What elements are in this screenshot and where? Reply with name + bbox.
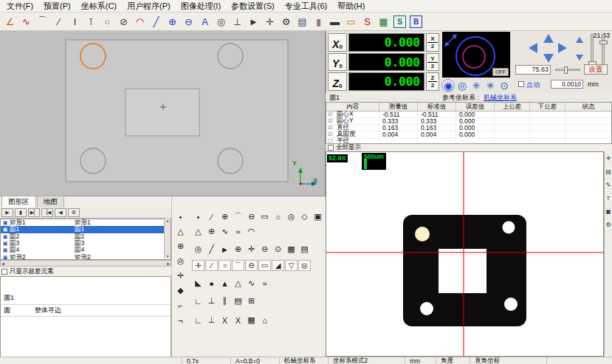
table-row[interactable]: ☐ 半径 <box>326 138 611 144</box>
tool-icon[interactable]: ⊞ <box>245 295 258 306</box>
measurement-view[interactable]: 52.9X 500um <box>326 151 604 357</box>
tool-icon[interactable]: ✛ <box>192 260 204 271</box>
tab[interactable]: 图形区 <box>1 196 36 207</box>
settings-button[interactable]: 设置 <box>584 64 608 75</box>
jog-down-button[interactable] <box>543 54 554 63</box>
tool-icon[interactable]: ¬ <box>174 315 187 326</box>
list-horizontal-scrollbar[interactable]: ◀▶ <box>0 260 171 267</box>
gear-icon[interactable]: ⚙ <box>278 14 294 30</box>
tool-icon[interactable]: ≈ <box>232 226 244 237</box>
show-all-row[interactable]: 全部显示 <box>326 144 612 151</box>
height-tool-icon[interactable]: ⊺ <box>83 14 99 30</box>
axis-zero-button[interactable]: Z0 <box>328 72 347 91</box>
row-checkbox[interactable]: ☑ <box>326 111 334 117</box>
label-a-icon[interactable]: A <box>197 14 213 30</box>
tool-icon[interactable]: ⊕ <box>174 241 187 252</box>
tool-icon[interactable]: ► <box>219 244 231 255</box>
element-icon[interactable]: ▣ <box>1 254 10 260</box>
panel-icon[interactable]: ▮ <box>311 14 326 30</box>
tool-icon[interactable]: ∕ <box>205 260 218 271</box>
element-icon[interactable]: ▣ <box>1 226 10 233</box>
tool-icon[interactable]: △ <box>232 278 244 289</box>
tool-icon[interactable]: ⌒ <box>232 260 244 271</box>
card-icon[interactable]: ▬ <box>327 14 343 30</box>
slider-thumb[interactable] <box>599 41 608 44</box>
ring-light-icon[interactable]: ◎ <box>456 80 468 92</box>
tool-icon[interactable]: ≈ <box>258 278 271 289</box>
position-field[interactable]: 75.63 <box>515 65 551 75</box>
jog-left-button[interactable] <box>529 43 537 53</box>
step-field[interactable]: 0.0010 <box>551 80 583 89</box>
jog-z-down-button[interactable] <box>576 55 583 61</box>
menu-item[interactable]: 坐标系(C) <box>76 0 122 13</box>
tool-icon[interactable]: △ <box>192 226 204 237</box>
element-icon[interactable]: ▣ <box>1 219 10 226</box>
segment-light-icon[interactable]: ✳ <box>470 80 482 92</box>
tool-icon[interactable]: ⌂ <box>258 315 271 326</box>
tool-icon[interactable]: ◎ <box>174 255 187 267</box>
tool-icon[interactable]: ◇ <box>298 211 311 222</box>
row-checkbox[interactable]: ☑ <box>326 125 334 131</box>
spline-tool-icon[interactable]: ∿ <box>18 14 34 30</box>
tool-icon[interactable]: ▭ <box>258 211 271 222</box>
row-checkbox[interactable]: ☐ <box>326 138 334 144</box>
cad-view[interactable]: Y X <box>0 31 326 196</box>
show-all-checkbox[interactable] <box>328 145 334 151</box>
tab[interactable]: 地图 <box>37 196 64 207</box>
wrench-button[interactable]: ⚙ <box>68 208 80 217</box>
ibeam-tool-icon[interactable]: I <box>67 14 83 30</box>
list-vertical-scrollbar[interactable]: ▲▼ <box>164 219 171 258</box>
column-header[interactable]: 下公差 <box>530 103 565 111</box>
tool-icon[interactable]: ✛ <box>174 270 187 281</box>
fine-slider[interactable] <box>555 69 580 71</box>
detail-row[interactable]: 圆 整体寻边 <box>1 304 171 317</box>
axis-half-button[interactable]: Z2 <box>426 72 439 91</box>
tool-icon[interactable]: ◎ <box>192 244 204 255</box>
tool-icon[interactable]: ◠ <box>245 226 258 237</box>
filter-checkbox-row[interactable]: 只显示超差元素 <box>1 267 54 275</box>
axis-zero-button[interactable]: Y0 <box>328 53 347 72</box>
list-item[interactable]: ▣ 矩形2 矩形2 <box>1 253 171 260</box>
circle-tool-icon[interactable]: ○ <box>100 14 115 30</box>
monitor-icon[interactable]: ▤ <box>295 14 310 30</box>
tool-icon[interactable]: ⊖ <box>258 244 271 255</box>
list-icon[interactable]: ▤ <box>605 168 612 176</box>
tool-icon[interactable]: ● <box>205 278 218 289</box>
tool-icon[interactable]: ∟ <box>192 295 204 306</box>
row-checkbox[interactable]: ☑ <box>326 118 334 124</box>
tool-icon[interactable]: ▭ <box>258 260 271 271</box>
tool-icon[interactable]: ✛ <box>245 244 258 255</box>
menu-item[interactable]: 参数设置(S) <box>226 0 280 13</box>
tool-icon[interactable]: ◆ <box>174 285 187 296</box>
tool-icon[interactable]: ▲ <box>219 278 231 289</box>
axis-half-button[interactable]: Y2 <box>426 53 439 72</box>
axis-half-button[interactable]: X2 <box>426 33 439 52</box>
column-header[interactable]: 标准值 <box>418 103 456 111</box>
slope-tool-icon[interactable]: ╱ <box>148 14 164 30</box>
tool-icon[interactable]: ◣ <box>192 278 204 289</box>
folder-icon[interactable]: ▭ <box>343 14 359 30</box>
tool-icon[interactable]: ◢ <box>272 260 284 271</box>
list-item[interactable]: ▣ 圆2 圆2 <box>1 233 171 240</box>
tool-icon[interactable]: ⊖ <box>245 260 258 271</box>
tool-icon[interactable]: • <box>174 211 187 222</box>
tool-icon[interactable]: ⊕ <box>219 211 231 222</box>
magnifier-icon[interactable]: ◎ <box>213 14 229 30</box>
tool-icon[interactable]: ▽ <box>285 260 298 271</box>
tool-icon[interactable]: X <box>232 315 244 326</box>
tool-icon[interactable]: △ <box>174 226 187 237</box>
tool-icon[interactable]: X <box>219 315 231 326</box>
menu-item[interactable]: 用户程序(P) <box>122 0 176 13</box>
tool-icon[interactable]: ⊙ <box>272 244 284 255</box>
zoom-in-icon[interactable]: ⊕ <box>165 14 180 30</box>
menu-item[interactable]: 专业工具(6) <box>280 0 332 13</box>
axis-zero-button[interactable]: X0 <box>328 33 347 52</box>
menu-item[interactable]: 帮助(H) <box>332 0 370 13</box>
menu-item[interactable]: 预置(P) <box>38 0 76 13</box>
menu-item[interactable]: 图像处理(I) <box>176 0 226 13</box>
element-icon[interactable]: ▣ <box>1 233 10 240</box>
menu-item[interactable]: 文件(F) <box>1 0 38 13</box>
arc2-tool-icon[interactable]: ◠ <box>132 14 148 30</box>
table-row[interactable]: ☑ 真圆度 0.004 0.004 0.000 <box>326 131 611 138</box>
tool-icon[interactable]: ∿ <box>245 278 258 289</box>
